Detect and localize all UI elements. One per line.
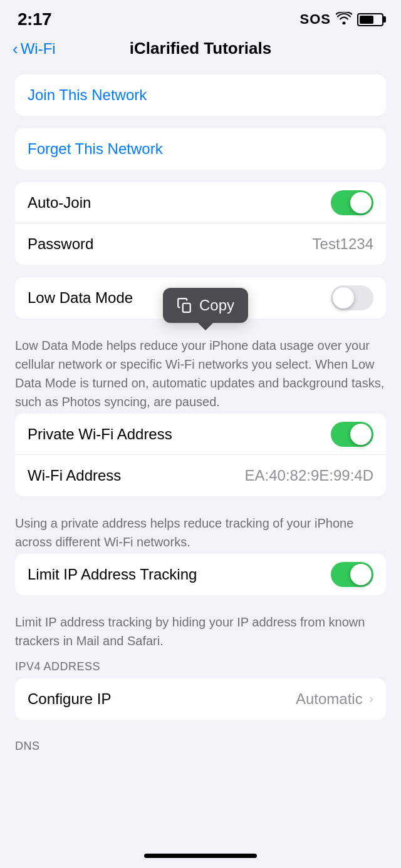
join-network-section: Join This Network [15, 74, 386, 116]
limit-ip-label: Limit IP Address Tracking [28, 566, 197, 583]
limit-ip-row: Limit IP Address Tracking [15, 554, 386, 595]
ipv4-section-label: IPV4 ADDRESS [0, 653, 401, 678]
auto-join-section: Auto-Join Password Test1234 [15, 182, 386, 265]
limit-ip-card: Limit IP Address Tracking [15, 554, 386, 595]
auto-join-label: Auto-Join [28, 194, 91, 212]
private-wifi-card: Private Wi-Fi Address Wi-Fi Address EA:4… [15, 414, 386, 496]
toggle-thumb [350, 424, 372, 445]
chevron-right-icon: › [369, 691, 373, 707]
private-wifi-row: Private Wi-Fi Address [15, 414, 386, 455]
back-chevron-icon: ‹ [13, 41, 18, 57]
back-button[interactable]: ‹ Wi-Fi [13, 40, 56, 58]
status-bar: 2:17 SOS [0, 0, 401, 34]
settings-content: Join This Network Forget This Network Au… [0, 68, 401, 764]
join-network-label: Join This Network [28, 86, 147, 104]
wifi-address-row: Wi-Fi Address EA:40:82:9E:99:4D [15, 455, 386, 496]
auto-join-row: Auto-Join [15, 182, 386, 223]
password-row[interactable]: Password Test1234 [15, 223, 386, 265]
toggle-thumb [350, 564, 372, 585]
wifi-icon [336, 12, 352, 28]
low-data-row: Low Data Mode [15, 277, 386, 319]
password-value: Test1234 [313, 235, 373, 253]
private-wifi-label: Private Wi-Fi Address [28, 426, 172, 443]
low-data-description: Low Data Mode helps reduce your iPhone d… [0, 331, 401, 414]
configure-ip-card: Configure IP Automatic › [15, 678, 386, 720]
configure-ip-section: Configure IP Automatic › [15, 678, 386, 720]
forget-network-label: Forget This Network [28, 140, 163, 158]
nav-bar: ‹ Wi-Fi iClarified Tutorials [0, 34, 401, 68]
join-network-row[interactable]: Join This Network [15, 74, 386, 116]
private-wifi-toggle[interactable] [331, 422, 373, 447]
status-icons: SOS [300, 11, 383, 28]
configure-ip-value: Automatic › [296, 690, 373, 708]
low-data-toggle[interactable] [331, 285, 373, 310]
configure-ip-row[interactable]: Configure IP Automatic › [15, 678, 386, 720]
wifi-address-value: EA:40:82:9E:99:4D [245, 467, 373, 484]
low-data-label: Low Data Mode [28, 289, 133, 307]
page-title: iClarified Tutorials [130, 39, 271, 58]
limit-ip-section: Limit IP Address Tracking [15, 554, 386, 595]
private-address-description: Using a private address helps reduce tra… [0, 509, 401, 554]
join-network-card: Join This Network [15, 74, 386, 116]
dns-section-label: DNS [0, 732, 401, 758]
limit-ip-description: Limit IP address tracking by hiding your… [0, 608, 401, 653]
low-data-card: Low Data Mode [15, 277, 386, 319]
auto-join-toggle[interactable] [331, 190, 373, 215]
battery-icon [357, 13, 383, 26]
limit-ip-toggle[interactable] [331, 562, 373, 587]
private-wifi-section: Private Wi-Fi Address Wi-Fi Address EA:4… [15, 414, 386, 496]
toggle-thumb [350, 192, 372, 213]
password-label: Password [28, 235, 93, 253]
toggle-thumb [333, 287, 354, 309]
forget-network-section: Forget This Network [15, 128, 386, 170]
home-indicator [144, 854, 257, 858]
low-data-section: Low Data Mode [15, 277, 386, 319]
sos-indicator: SOS [300, 11, 331, 28]
auto-join-card: Auto-Join Password Test1234 [15, 182, 386, 265]
forget-network-row[interactable]: Forget This Network [15, 128, 386, 170]
configure-ip-label: Configure IP [28, 690, 111, 708]
wifi-address-label: Wi-Fi Address [28, 467, 121, 484]
back-label: Wi-Fi [21, 40, 56, 58]
status-time: 2:17 [18, 9, 51, 29]
forget-network-card: Forget This Network [15, 128, 386, 170]
